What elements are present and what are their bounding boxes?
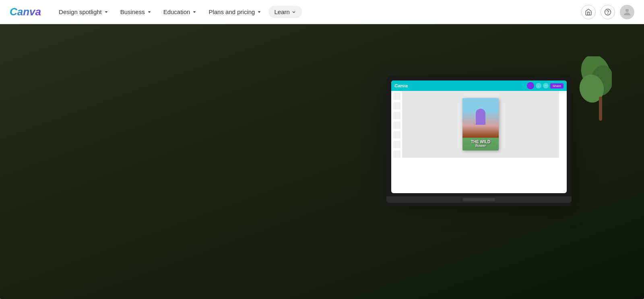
- chevron-down-icon: [103, 9, 109, 15]
- help-icon-button[interactable]: [601, 5, 615, 19]
- svg-point-0: [605, 9, 611, 15]
- editor-topbar-right: ↓ ⋯ Share: [527, 82, 564, 89]
- home-icon-button[interactable]: [581, 5, 596, 19]
- chevron-down-icon: [147, 9, 152, 15]
- editor-panel-icon-6: [393, 141, 400, 148]
- chevron-down-icon: [256, 9, 262, 15]
- book-cover-preview: THE WILD flower: [462, 98, 499, 151]
- laptop-mockup: Canva ↓ ⋯ Share: [386, 76, 572, 206]
- editor-panel-icon-4: [393, 122, 400, 129]
- editor-panel-icon-5: [393, 131, 400, 138]
- laptop-screen: Canva ↓ ⋯ Share: [391, 80, 567, 193]
- nav-plans-pricing[interactable]: Plans and pricing: [204, 5, 267, 19]
- laptop-base: [386, 196, 572, 203]
- editor-canva-logo: Canva: [394, 83, 408, 88]
- svg-rect-6: [599, 97, 602, 121]
- svg-point-1: [608, 13, 608, 14]
- laptop-trackpad: [463, 198, 495, 201]
- editor-share-button: Share: [550, 83, 564, 89]
- nav-design-spotlight[interactable]: Design spotlight: [54, 5, 114, 19]
- nav-right: [581, 5, 634, 19]
- nav-plans-pricing-label: Plans and pricing: [208, 8, 255, 15]
- nav-education-label: Education: [163, 8, 190, 15]
- editor-left-panel: [391, 91, 402, 158]
- plant-icon: [564, 56, 612, 129]
- help-icon: [604, 8, 611, 16]
- laptop-body: Canva ↓ ⋯ Share: [386, 76, 572, 196]
- svg-point-2: [625, 9, 629, 12]
- user-avatar[interactable]: [620, 5, 634, 19]
- editor-icon-1: ↓: [536, 83, 541, 89]
- editor-canvas: THE WILD flower: [402, 91, 559, 158]
- chevron-down-icon: [192, 9, 197, 15]
- nav-business-label: Business: [120, 8, 145, 15]
- nav-items: Design spotlight Business Education Plan…: [54, 5, 581, 19]
- chevron-down-icon: [291, 10, 296, 14]
- editor-body: THE WILD flower: [391, 91, 567, 158]
- nav-design-spotlight-label: Design spotlight: [59, 8, 102, 15]
- nav-business[interactable]: Business: [116, 5, 157, 19]
- editor-topbar: Canva ↓ ⋯ Share: [391, 80, 567, 91]
- description-section: Canva's book cover maker makes designing…: [0, 278, 644, 299]
- avatar-icon: [622, 7, 632, 17]
- editor-panel-icon-7: [393, 151, 400, 158]
- plant-decoration: [564, 56, 628, 137]
- book-cover-figure: [476, 109, 485, 125]
- nav-learn-label: Learn: [274, 8, 289, 15]
- nav-learn[interactable]: Learn: [268, 6, 301, 18]
- canva-logo[interactable]: Canva: [10, 6, 41, 18]
- editor-icon-2: ⋯: [543, 83, 549, 89]
- laptop-bottom-bar: [386, 203, 572, 206]
- book-cover-title: THE WILD flower: [471, 140, 490, 148]
- editor-panel-icon-1: [393, 93, 400, 100]
- editor-avatar: [527, 82, 534, 89]
- nav-education[interactable]: Education: [159, 5, 202, 19]
- navbar: Canva Design spotlight Business Educatio…: [0, 0, 644, 24]
- editor-panel-icon-3: [393, 112, 400, 119]
- editor-panel-icon-2: [393, 102, 400, 109]
- home-icon: [585, 8, 592, 16]
